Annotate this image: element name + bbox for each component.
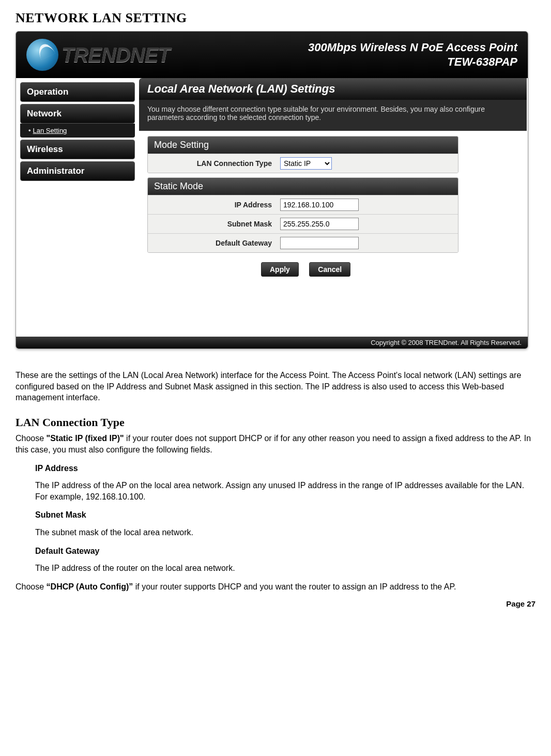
static-mode-header: Static Mode [148,178,458,195]
default-gateway-label: Default Gateway [148,235,277,251]
static-mode-section: Static Mode IP Address Subnet Mask Defau… [147,177,458,253]
dhcp-paragraph: Choose “DHCP (Auto Config)” if your rout… [16,581,535,593]
header-bar: TRENDNET 300Mbps Wireless N PoE Access P… [16,32,528,78]
content-panel: Local Area Network (LAN) Settings You ma… [139,78,528,337]
subnet-mask-label: Subnet Mask [148,216,277,232]
copyright-footer: Copyright © 2008 TRENDnet. All Rights Re… [16,337,528,349]
nav-network[interactable]: Network [20,104,135,124]
cancel-button[interactable]: Cancel [309,262,350,277]
lan-connection-type-label: LAN Connection Type [148,155,277,172]
nav-lan-setting[interactable]: Lan Setting [28,127,67,134]
default-gateway-heading: Default Gateway [35,546,535,557]
nav-operation[interactable]: Operation [20,82,135,102]
sidebar: Operation Network Lan Setting Wireless A… [16,78,139,337]
product-title: 300Mbps Wireless N PoE Access Point TEW-… [308,41,517,69]
ip-address-input[interactable] [280,199,359,211]
product-name: 300Mbps Wireless N PoE Access Point [308,41,517,54]
intro-paragraph: These are the settings of the LAN (Local… [16,370,535,403]
ip-address-heading: IP Address [35,463,535,474]
default-gateway-input[interactable] [280,237,359,249]
panel-title: Local Area Network (LAN) Settings [139,78,527,100]
subnet-mask-input[interactable] [280,218,359,230]
mode-setting-header: Mode Setting [148,137,458,154]
field-descriptions: IP Address The IP address of the AP on t… [35,463,535,574]
globe-icon [26,39,58,71]
static-ip-paragraph: Choose "Static IP (fixed IP)" if your ro… [16,433,535,455]
page-heading: NETWORK LAN SETTING [16,10,535,26]
default-gateway-desc: The IP address of the router on the loca… [35,563,535,574]
subnet-mask-heading: Subnet Mask [35,509,535,521]
apply-button[interactable]: Apply [261,262,299,277]
document-body: These are the settings of the LAN (Local… [16,370,535,592]
ip-address-desc: The IP address of the AP on the local ar… [35,480,535,502]
nav-wireless[interactable]: Wireless [20,140,135,159]
subnet-mask-desc: The subnet mask of the local area networ… [35,527,535,538]
nav-network-submenu: Lan Setting [20,124,135,138]
mode-setting-section: Mode Setting LAN Connection Type Static … [147,136,458,173]
page-number: Page 27 [16,599,535,608]
brand-text: TRENDNET [62,43,170,67]
button-row: Apply Cancel [147,257,519,277]
lan-connection-type-select[interactable]: Static IP [280,157,332,170]
brand-logo: TRENDNET [26,39,170,71]
ip-address-label: IP Address [148,196,277,213]
lan-connection-type-heading: LAN Connection Type [16,415,535,430]
nav-administrator[interactable]: Administrator [20,161,135,181]
panel-description: You may choose different connection type… [139,100,527,131]
router-ui-screenshot: TRENDNET 300Mbps Wireless N PoE Access P… [16,31,528,349]
product-model: TEW-638PAP [308,55,517,69]
